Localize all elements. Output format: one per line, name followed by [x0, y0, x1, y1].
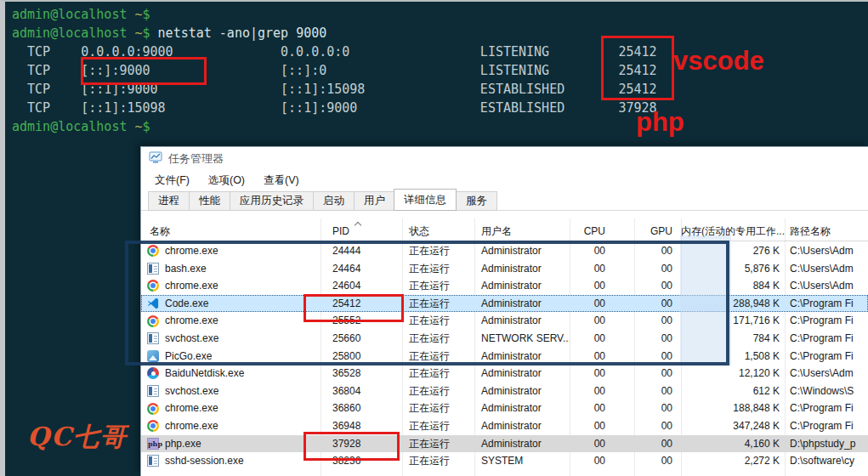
process-memory: 4,160 K [681, 435, 785, 453]
process-user: Administrator [474, 400, 570, 417]
process-name-label: sshd-session.exe [165, 452, 244, 470]
process-cpu: 00 [570, 365, 634, 382]
process-name: phpphp.exe [145, 435, 321, 453]
table-header: 名称 PID 状态 用户名 CPU GPU 内存(活动的专用工作... 路径名称 [141, 218, 868, 241]
process-path: C:\Users\Adm [785, 242, 868, 260]
tab-processes[interactable]: 进程 [148, 191, 189, 211]
terminal-prompt-line: admin@localhost ~$ [12, 117, 868, 136]
netstat-state: ESTABLISHED [480, 80, 619, 99]
table-row[interactable]: BaiduNetdisk.exe36528正在运行Administrator00… [141, 365, 868, 382]
process-user: Administrator [474, 417, 570, 435]
process-memory: 347,248 K [681, 417, 785, 435]
process-status: 正在运行 [402, 435, 474, 453]
process-path: C:\Users\Adm [785, 365, 868, 382]
tab-users[interactable]: 用户 [354, 191, 394, 211]
column-header-pid[interactable]: PID [321, 218, 402, 241]
process-gpu: 00 [634, 365, 681, 382]
process-cpu: 00 [570, 400, 634, 417]
tab-performance[interactable]: 性能 [189, 191, 230, 211]
process-path: C:\Users\Adm [785, 277, 868, 295]
window-title: 任务管理器 [168, 151, 224, 167]
process-name-label: BaiduNetdisk.exe [165, 365, 244, 382]
menu-file[interactable]: 文件(F) [155, 173, 190, 188]
netstat-foreign: 0.0.0.0:0 [281, 42, 480, 61]
vscode-annotation-label: vscode [673, 46, 764, 76]
sort-ascending-icon [355, 221, 361, 227]
red-box-php-pid [304, 432, 400, 461]
process-path: D:\phpstudy_p [785, 435, 868, 453]
process-status: 正在运行 [402, 365, 474, 382]
column-header-name[interactable]: 名称 [150, 218, 320, 241]
table-row[interactable]: chrome.exe36948正在运行Administrator0000347,… [141, 417, 868, 435]
process-gpu: 00 [634, 400, 681, 417]
table-row[interactable]: chrome.exe36860正在运行Administrator0000188,… [141, 400, 868, 417]
process-gpu: 00 [634, 435, 681, 453]
chrome-icon [147, 420, 159, 432]
netstat-state: ESTABLISHED [480, 99, 619, 117]
column-header-cpu[interactable]: CPU [570, 218, 634, 241]
chrome-icon [147, 403, 159, 415]
php-annotation-label: php [636, 107, 684, 138]
tab-app-history[interactable]: 应用历史记录 [230, 191, 313, 211]
process-cpu: 00 [570, 417, 634, 435]
process-path: D:\software\cy [785, 452, 868, 470]
process-gpu: 00 [634, 452, 681, 470]
process-gpu: 00 [634, 382, 681, 400]
process-memory: 2,272 K [681, 452, 785, 470]
prompt-path: ~ [135, 7, 143, 22]
red-box-pid-group [601, 36, 674, 100]
process-cpu: 00 [570, 435, 634, 453]
netstat-proto: TCP [12, 99, 81, 117]
process-memory: 188,848 K [681, 400, 785, 417]
column-header-status[interactable]: 状态 [402, 218, 474, 241]
netstat-row: TCP[::1]:15098[::1]:9000ESTABLISHED37928 [12, 99, 868, 117]
process-name-label: chrome.exe [165, 400, 218, 417]
process-name-label: chrome.exe [165, 417, 218, 435]
red-box-code-pid [304, 294, 404, 322]
column-header-path[interactable]: 路径名称 [785, 218, 868, 241]
menu-view[interactable]: 查看(V) [264, 173, 299, 188]
application-icon [147, 385, 159, 397]
process-pid: 36804 [321, 382, 402, 400]
watermark: QC七哥 [27, 420, 128, 455]
process-path: C:\Windows\S [785, 382, 868, 400]
netstat-state: LISTENING [480, 42, 619, 61]
task-manager-icon [149, 150, 162, 167]
process-name: BaiduNetdisk.exe [145, 365, 321, 382]
netstat-foreign: [::]:0 [281, 61, 480, 80]
process-user: Administrator [474, 435, 570, 453]
baidunetdisk-icon [147, 367, 159, 379]
process-name: chrome.exe [145, 417, 321, 435]
tab-details[interactable]: 详细信息 [394, 189, 457, 211]
tab-startup[interactable]: 启动 [313, 191, 354, 211]
process-status: 正在运行 [402, 452, 474, 470]
application-icon [147, 455, 159, 467]
tab-services[interactable]: 服务 [456, 191, 497, 211]
menu-bar: 文件(F) 选项(O) 查看(V) [141, 171, 868, 190]
column-header-user[interactable]: 用户名 [474, 218, 570, 241]
process-name: sshd-session.exe [145, 452, 321, 470]
menu-options[interactable]: 选项(O) [208, 173, 245, 188]
process-name: svchost.exe [145, 382, 321, 400]
process-status: 正在运行 [402, 400, 474, 417]
process-name-label: php.exe [165, 435, 201, 453]
process-user: SYSTEM [474, 452, 570, 470]
netstat-proto: TCP [12, 61, 81, 80]
table-row[interactable]: sshd-session.exe38236正在运行SYSTEM00002,272… [141, 452, 868, 470]
process-path: C:\Users\Adm [785, 260, 868, 278]
column-header-gpu[interactable]: GPU [634, 218, 681, 241]
netstat-foreign: [::1]:9000 [281, 99, 480, 117]
tab-bar: 进程 性能 应用历史记录 启动 用户 详细信息 服务 [148, 190, 497, 211]
process-pid: 36528 [321, 365, 402, 382]
netstat-foreign: [::1]:15098 [281, 80, 480, 99]
title-bar[interactable]: 任务管理器 [141, 147, 868, 171]
table-row[interactable]: phpphp.exe37928正在运行Administrator00004,16… [141, 435, 868, 453]
process-user: Administrator [474, 382, 570, 400]
process-path: C:\Program Fi [785, 295, 868, 313]
process-gpu: 00 [634, 417, 681, 435]
prompt-user: admin@localhost [12, 7, 127, 22]
table-row[interactable]: svchost.exe36804正在运行Administrator0000612… [141, 382, 868, 400]
process-path: C:\Program Fi [785, 312, 868, 330]
process-user: Administrator [474, 365, 570, 382]
netstat-local: [::1]:15098 [81, 99, 281, 117]
